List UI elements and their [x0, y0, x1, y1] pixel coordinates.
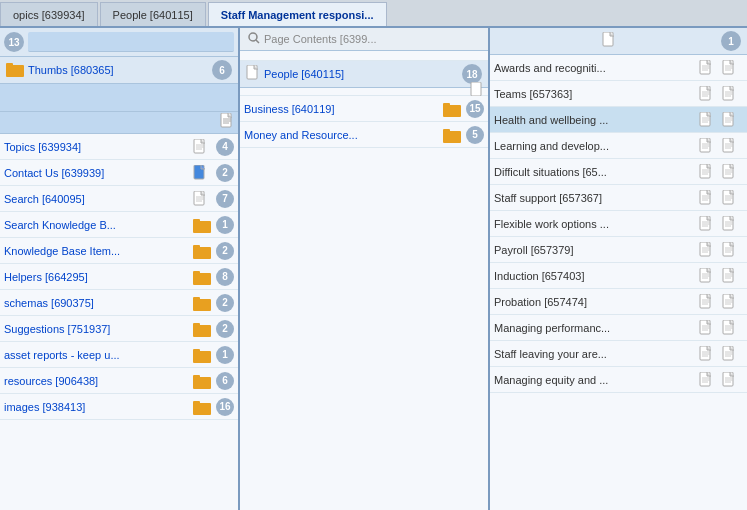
list-item[interactable]: resources [906438] 6 — [0, 368, 238, 394]
list-item[interactable]: Helpers [664295] 8 — [0, 264, 238, 290]
item-label[interactable]: Staff support [657367] — [494, 192, 696, 204]
item-label[interactable]: Contact Us [639939] — [4, 167, 190, 179]
tab-topics[interactable]: opics [639934] — [0, 2, 98, 26]
item-icon-2 — [722, 216, 740, 232]
item-label[interactable]: images [938413] — [4, 401, 190, 413]
item-icon — [699, 138, 717, 154]
list-item[interactable]: Managing performanc... — [490, 315, 747, 341]
item-icon — [699, 294, 717, 310]
item-icon — [193, 399, 211, 415]
mid-page-icon — [246, 65, 260, 83]
item-label[interactable]: asset reports - keep u... — [4, 349, 190, 361]
list-item[interactable]: Money and Resource... 5 — [240, 122, 488, 148]
mid-panel: Page Contents [6399... People [640115] 1… — [240, 28, 490, 510]
list-item[interactable]: Managing equity and ... — [490, 367, 747, 393]
list-item[interactable]: Business [640119] 15 — [240, 96, 488, 122]
svg-rect-34 — [471, 82, 481, 96]
page-contents-label: Page Contents [6399... — [264, 33, 377, 45]
list-item[interactable]: Probation [657474] — [490, 289, 747, 315]
list-item[interactable]: Learning and develop... — [490, 133, 747, 159]
item-icon — [699, 112, 717, 128]
svg-rect-24 — [193, 323, 200, 327]
tab-staff[interactable]: Staff Management responsi... — [208, 2, 387, 26]
list-item[interactable]: Contact Us [639939] 2 — [0, 160, 238, 186]
item-icon-2 — [722, 372, 740, 388]
item-badge: 5 — [466, 126, 484, 144]
item-icon-2 — [722, 242, 740, 258]
tab-people[interactable]: People [640115] — [100, 2, 206, 26]
list-item[interactable]: Payroll [657379] — [490, 237, 747, 263]
list-item[interactable]: Knowledge Base Item... 2 — [0, 238, 238, 264]
item-icon — [193, 243, 211, 259]
svg-rect-22 — [193, 297, 200, 301]
list-item[interactable]: Staff support [657367] — [490, 185, 747, 211]
item-icon-2 — [722, 86, 740, 102]
list-item[interactable]: Health and wellbeing ... — [490, 107, 747, 133]
left-panel-content: Topics [639934] 4 Contact Us [639939] 2 … — [0, 134, 238, 510]
item-label[interactable]: Induction [657403] — [494, 270, 696, 282]
item-label[interactable]: Awards and recogniti... — [494, 62, 696, 74]
svg-rect-38 — [443, 129, 450, 133]
list-item[interactable]: Awards and recogniti... — [490, 55, 747, 81]
item-label[interactable]: schemas [690375] — [4, 297, 190, 309]
list-item[interactable]: Flexible work options ... — [490, 211, 747, 237]
item-label[interactable]: Search Knowledge B... — [4, 219, 190, 231]
mid-subheader-label[interactable]: People [640115] — [264, 68, 344, 80]
item-badge: 2 — [216, 320, 234, 338]
item-badge: 2 — [216, 294, 234, 312]
item-icon — [699, 346, 717, 362]
mid-subheader-count: 18 — [462, 64, 482, 84]
item-icon — [193, 295, 211, 311]
list-item[interactable]: Search Knowledge B... 1 — [0, 212, 238, 238]
item-icon — [699, 164, 717, 180]
item-label[interactable]: Health and wellbeing ... — [494, 114, 696, 126]
item-label[interactable]: Learning and develop... — [494, 140, 696, 152]
list-item[interactable]: Search [640095] 7 — [0, 186, 238, 212]
list-item[interactable]: asset reports - keep u... 1 — [0, 342, 238, 368]
item-icon — [699, 268, 717, 284]
left-panel-number: 13 — [4, 32, 24, 52]
item-label[interactable]: Knowledge Base Item... — [4, 245, 190, 257]
list-item[interactable]: Difficult situations [65... — [490, 159, 747, 185]
list-item[interactable]: schemas [690375] 2 — [0, 290, 238, 316]
item-label[interactable]: Staff leaving your are... — [494, 348, 696, 360]
item-label[interactable]: Managing equity and ... — [494, 374, 696, 386]
item-icon-2 — [722, 60, 740, 76]
item-label[interactable]: Flexible work options ... — [494, 218, 696, 230]
item-icon — [699, 216, 717, 232]
item-icon — [193, 217, 211, 233]
item-label[interactable]: Managing performanc... — [494, 322, 696, 334]
item-label[interactable]: Search [640095] — [4, 193, 190, 205]
list-item[interactable]: Teams [657363] — [490, 81, 747, 107]
list-item[interactable]: Topics [639934] 4 — [0, 134, 238, 160]
item-label[interactable]: Money and Resource... — [244, 129, 440, 141]
item-icon-2 — [722, 190, 740, 206]
svg-rect-26 — [193, 349, 200, 353]
item-icon — [193, 321, 211, 337]
svg-rect-36 — [443, 103, 450, 107]
item-label[interactable]: Payroll [657379] — [494, 244, 696, 256]
list-item[interactable]: Induction [657403] — [490, 263, 747, 289]
list-item[interactable]: images [938413] 16 — [0, 394, 238, 420]
list-item[interactable]: Suggestions [751937] 2 — [0, 316, 238, 342]
item-label[interactable]: Suggestions [751937] — [4, 323, 190, 335]
svg-rect-16 — [193, 219, 200, 223]
left-panel-subheader: Thumbs [680365] 6 — [0, 57, 238, 84]
item-badge: 2 — [216, 242, 234, 260]
item-badge: 8 — [216, 268, 234, 286]
item-label[interactable]: Probation [657474] — [494, 296, 696, 308]
item-icon — [443, 101, 461, 117]
item-label[interactable]: Difficult situations [65... — [494, 166, 696, 178]
left-panel: 13 Thumbs [680365] 6 — [0, 28, 240, 510]
item-label[interactable]: Teams [657363] — [494, 88, 696, 100]
item-icon-2 — [722, 164, 740, 180]
item-label[interactable]: Helpers [664295] — [4, 271, 190, 283]
item-label[interactable]: Business [640119] — [244, 103, 440, 115]
svg-rect-28 — [193, 375, 200, 379]
item-label[interactable]: resources [906438] — [4, 375, 190, 387]
item-icon — [193, 191, 211, 207]
item-badge: 1 — [216, 346, 234, 364]
item-icon — [193, 269, 211, 285]
list-item[interactable]: Staff leaving your are... — [490, 341, 747, 367]
item-label[interactable]: Topics [639934] — [4, 141, 190, 153]
